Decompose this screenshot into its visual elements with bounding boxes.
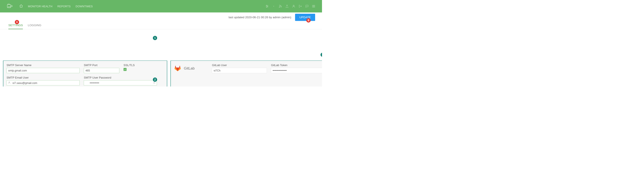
annotation-2: 2 bbox=[153, 78, 157, 82]
lock-icon bbox=[153, 81, 156, 84]
svg-text:SOFT: SOFT bbox=[8, 6, 11, 8]
ssl-tls-label: SSL/TLS bbox=[124, 64, 143, 67]
gitlab-token-input[interactable] bbox=[271, 68, 322, 73]
annotation-1: 1 bbox=[153, 36, 157, 40]
smtp-server-label: SMTP Server Name bbox=[7, 64, 80, 67]
annotation-a: A bbox=[15, 20, 19, 24]
hamburger-icon[interactable] bbox=[312, 4, 316, 8]
chat-icon[interactable] bbox=[305, 4, 309, 8]
svg-point-5 bbox=[279, 7, 280, 8]
nav-monitor-health[interactable]: MONITOR HEALTH bbox=[28, 5, 52, 8]
gitlab-logo-icon bbox=[174, 64, 182, 72]
last-updated-text: last updated 2020-06-21 00:26 by admin (… bbox=[228, 16, 291, 19]
smtp-email-user-input[interactable] bbox=[7, 80, 80, 86]
tabs: SETTINGS LOGGING bbox=[0, 21, 322, 30]
annotation-3: 3 bbox=[320, 52, 322, 57]
topbar-right-icons bbox=[265, 4, 316, 8]
annotation-b: B bbox=[306, 18, 310, 22]
smtp-password-input[interactable] bbox=[84, 80, 157, 86]
smtp-password-label: SMTP User Password bbox=[84, 76, 157, 80]
sliders-icon[interactable] bbox=[265, 4, 269, 8]
svg-rect-8 bbox=[154, 83, 155, 84]
person-icon bbox=[8, 81, 11, 84]
brand-logo: SOFT bbox=[6, 3, 13, 10]
ssl-tls-checkbox[interactable] bbox=[124, 68, 127, 71]
smtp-card: SMTP Server Name SMTP Port SSL/TLS SMTP … bbox=[3, 60, 167, 87]
update-button[interactable]: UPDATE bbox=[295, 14, 315, 21]
gitlab-brand-text: GitLab bbox=[184, 66, 195, 70]
logout-icon[interactable] bbox=[298, 4, 302, 8]
gitlab-user-label: GitLab User bbox=[212, 64, 266, 67]
tab-logging[interactable]: LOGGING bbox=[28, 24, 42, 30]
subheader: last updated 2020-06-21 00:26 by admin (… bbox=[0, 12, 322, 21]
topbar: SOFT MONITOR HEALTH REPORTS DOWNTIMES bbox=[0, 0, 322, 12]
gitlab-card: GitLab GitLab User GitLab Token bbox=[170, 60, 322, 87]
tab-settings[interactable]: SETTINGS bbox=[8, 24, 23, 30]
gitlab-brand: GitLab bbox=[174, 64, 208, 73]
smtp-port-label: SMTP Port bbox=[84, 64, 119, 67]
gitlab-token-label: GitLab Token bbox=[271, 64, 322, 67]
nav-downtimes[interactable]: DOWNTIMES bbox=[76, 5, 93, 8]
svg-point-7 bbox=[9, 82, 10, 83]
smtp-port-input[interactable] bbox=[84, 68, 119, 73]
smtp-server-input[interactable] bbox=[7, 68, 80, 73]
user-icon[interactable] bbox=[292, 4, 296, 8]
nav-reports[interactable]: REPORTS bbox=[57, 5, 71, 8]
main-nav: MONITOR HEALTH REPORTS DOWNTIMES bbox=[19, 4, 93, 8]
gitlab-user-input[interactable] bbox=[212, 68, 266, 73]
svg-point-6 bbox=[293, 5, 294, 6]
caret-down-icon[interactable] bbox=[272, 4, 276, 8]
rss-icon[interactable] bbox=[278, 4, 282, 8]
home-icon[interactable] bbox=[19, 4, 23, 8]
upload-icon[interactable] bbox=[285, 4, 289, 8]
smtp-email-user-label: SMTP Email User bbox=[7, 76, 80, 80]
